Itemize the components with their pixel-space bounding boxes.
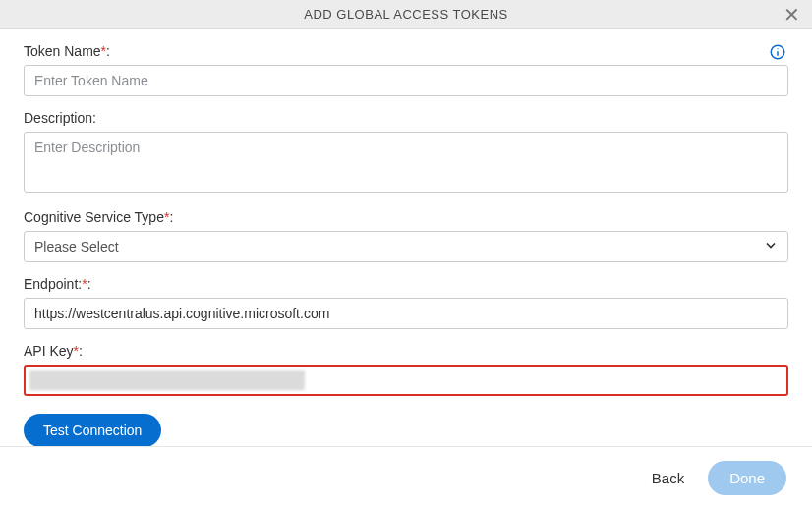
description-input[interactable] [24,132,788,193]
done-button[interactable]: Done [708,461,786,495]
required-asterisk: * [82,276,87,292]
modal-header: ADD GLOBAL ACCESS TOKENS ✕ [0,0,812,29]
description-group: Description: [24,110,788,196]
modal-body-scroll[interactable]: Token Name*: Description: Cognitive Serv… [0,29,812,446]
close-icon: ✕ [783,4,800,26]
api-key-input[interactable] [24,365,788,396]
required-asterisk: * [74,343,79,359]
service-type-label-text: Cognitive Service Type [24,209,164,225]
token-name-label-text: Token Name [24,43,101,59]
endpoint-group: Endpoint:*: [24,276,788,329]
modal-title: ADD GLOBAL ACCESS TOKENS [304,7,508,22]
required-asterisk: * [164,209,169,225]
api-key-label-text: API Key [24,343,74,359]
endpoint-input[interactable] [24,298,788,329]
token-name-input[interactable] [24,65,788,96]
add-global-access-tokens-modal: ADD GLOBAL ACCESS TOKENS ✕ Token Name*: … [0,0,812,509]
modal-footer: Back Done [0,446,812,509]
info-icon[interactable] [769,43,786,61]
api-key-field-wrapper [24,365,788,396]
back-button[interactable]: Back [646,466,690,490]
service-type-group: Cognitive Service Type*: Please Select [24,209,788,262]
close-button[interactable]: ✕ [783,5,800,25]
modal-body-wrapper: Token Name*: Description: Cognitive Serv… [0,29,812,446]
service-type-select[interactable]: Please Select [24,231,788,262]
service-type-select-wrapper: Please Select [24,231,788,262]
description-label: Description: [24,110,788,126]
test-connection-row: Test Connection [24,414,788,446]
endpoint-label-text: Endpoint: [24,276,82,292]
endpoint-label: Endpoint:*: [24,276,788,292]
token-name-label: Token Name*: [24,43,788,59]
required-asterisk: * [101,43,106,59]
service-type-label: Cognitive Service Type*: [24,209,788,225]
api-key-group: API Key*: [24,343,788,396]
api-key-label: API Key*: [24,343,788,359]
test-connection-button[interactable]: Test Connection [24,414,161,446]
svg-point-2 [777,48,778,49]
token-name-group: Token Name*: [24,43,788,96]
